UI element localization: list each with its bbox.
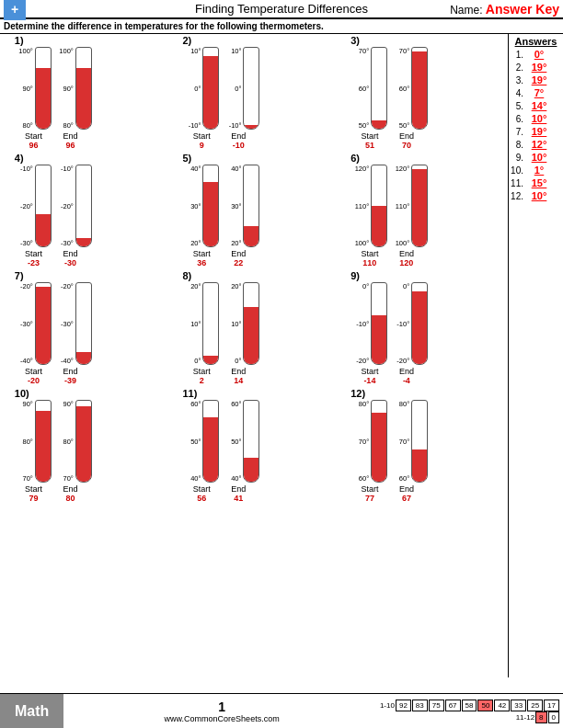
prob-1-num: 1) xyxy=(15,35,24,46)
answer-val-2: 19° xyxy=(525,62,553,73)
answer-item-10: 10. 1° xyxy=(511,165,561,176)
answer-val-5: 14° xyxy=(525,100,553,111)
val-1-start: 96 xyxy=(29,141,39,150)
problem-12: 12) 80°70°60° 80°70°60° xyxy=(350,388,493,503)
math-label: Math xyxy=(0,694,63,728)
page-footer: Math 1 www.CommonCoreSheets.com 1-10 92 … xyxy=(0,693,563,728)
val-2-end: -10 xyxy=(233,141,245,150)
footer-center: 1 www.CommonCoreSheets.com xyxy=(63,694,380,728)
instructions-text: Determine the difference in temperatures… xyxy=(0,19,563,34)
val-2-start: 9 xyxy=(200,141,204,150)
problem-5: 5) 40°30°20° 40°30°20° xyxy=(182,153,325,267)
answer-item-11: 11. 15° xyxy=(511,177,561,188)
val-3-start: 51 xyxy=(365,141,374,150)
problem-4: 4) -10°-20°-30° -10°-20°-30° xyxy=(15,153,157,267)
tube-1s xyxy=(35,47,52,130)
score-row-2: 8 0 xyxy=(535,711,559,723)
problem-11: 11) 60°50°40° 60°50°40° xyxy=(182,388,325,503)
problem-8: 8) 20°10°0° 20°10°0° xyxy=(182,270,325,385)
answer-val-7: 19° xyxy=(525,126,553,137)
page-title: Finding Temperature Differences xyxy=(195,2,368,16)
answer-item-5: 5. 14° xyxy=(511,100,561,111)
val-3-end: 70 xyxy=(402,141,411,150)
therm-3-end: 70°60°50° xyxy=(391,47,428,130)
answer-val-12: 10° xyxy=(525,190,553,201)
therm-2-start: 10°0°-10° xyxy=(182,47,219,130)
prob-2-num: 2) xyxy=(182,35,191,46)
answer-item-9: 9. 10° xyxy=(511,152,561,163)
answer-val-8: 12° xyxy=(525,139,553,150)
answer-val-1: 0° xyxy=(525,49,553,60)
name-label: Name: Answer Key xyxy=(450,2,559,17)
logo-icon: + xyxy=(4,0,26,20)
answer-item-6: 6. 10° xyxy=(511,113,561,124)
problem-1: 1) 100°90°80° 100°90°80° xyxy=(15,35,157,150)
answer-val-4: 7° xyxy=(525,87,553,98)
problem-7: 7) -20°-30°-40° -20°-30°-40° xyxy=(15,270,157,385)
answer-item-1: 1. 0° xyxy=(511,49,561,60)
score-row-1: 92 83 75 67 58 50 42 33 25 17 xyxy=(396,700,559,711)
scale-1s: 100°90°80° xyxy=(15,47,35,130)
answer-item-7: 7. 19° xyxy=(511,126,561,137)
therm-1-end: 100°90°80° xyxy=(55,47,92,130)
therm-3-start: 70°60°50° xyxy=(350,47,387,130)
answer-item-12: 12. 10° xyxy=(511,190,561,201)
tube-1e xyxy=(75,47,92,130)
footer-scores: 1-10 92 83 75 67 58 50 42 33 25 17 11-12… xyxy=(380,694,563,728)
fill-1e xyxy=(76,68,91,129)
therm-1-start: 100°90°80° xyxy=(15,47,52,130)
answers-title: Answers xyxy=(511,36,561,47)
answer-item-3: 3. 19° xyxy=(511,74,561,85)
answer-item-8: 8. 12° xyxy=(511,139,561,150)
website-label: www.CommonCoreSheets.com xyxy=(165,714,280,723)
answer-sidebar: Answers 1. 0° 2. 19° 3. 19° 4. 7° 5. 14°… xyxy=(508,34,563,677)
problems-area: 1) 100°90°80° 100°90°80° xyxy=(0,34,508,677)
fill-1s xyxy=(36,68,51,129)
answer-key-label: Answer Key xyxy=(486,2,559,17)
answer-val-3: 19° xyxy=(525,74,553,85)
answer-item-2: 2. 19° xyxy=(511,62,561,73)
val-1-end: 96 xyxy=(66,141,75,150)
problem-2: 2) 10°0°-10° 10°0°-10° xyxy=(182,35,325,150)
answer-val-9: 10° xyxy=(525,152,553,163)
problem-9: 9) 0°-10°-20° 0°-10°-20° xyxy=(350,270,493,385)
page-header: + Finding Temperature Differences Name: … xyxy=(0,0,563,19)
problem-3: 3) 70°60°50° 70°60°50° xyxy=(350,35,493,150)
answer-val-11: 15° xyxy=(525,177,553,188)
therm-2-end: 10°0°-10° xyxy=(223,47,259,130)
problem-6: 6) 120°110°100° 120°110°100° xyxy=(350,153,493,267)
page-number: 1 xyxy=(218,700,225,714)
prob-3-num: 3) xyxy=(350,35,360,46)
scale-1e: 100°90°80° xyxy=(55,47,75,130)
answer-val-6: 10° xyxy=(525,113,553,124)
answer-val-10: 1° xyxy=(525,165,553,176)
answer-item-4: 4. 7° xyxy=(511,87,561,98)
problem-10: 10) 90°80°70° 90°80°70° xyxy=(15,388,157,503)
